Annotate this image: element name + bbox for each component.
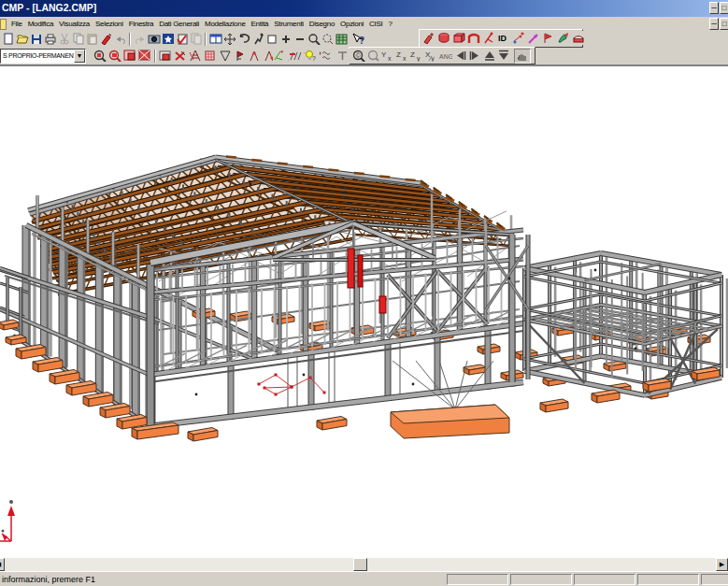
svg-text:x: x [388,55,392,62]
svg-text:x: x [403,55,407,62]
svg-text:©: © [355,52,361,59]
svg-text:Z: Z [396,50,401,59]
svg-text:Y: Y [381,50,387,59]
svg-text:⁄y: ⁄y [428,55,435,62]
svg-text:ANG: ANG [439,53,452,60]
svg-text:y: y [417,55,421,62]
svg-text:?: ? [359,36,364,45]
svg-text:Z: Z [410,50,415,59]
svg-text:ID: ID [498,34,507,43]
svg-text:?: ? [312,55,316,62]
